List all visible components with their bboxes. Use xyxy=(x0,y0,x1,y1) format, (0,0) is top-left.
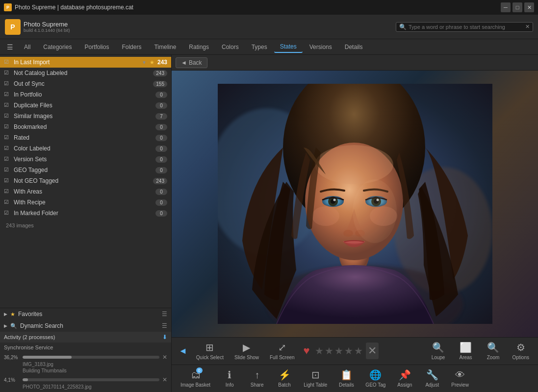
activity-bar: Activity (2 processes) ⬇ xyxy=(0,332,171,343)
close-button[interactable]: ✕ xyxy=(524,2,534,12)
star-5[interactable]: ★ xyxy=(354,345,363,357)
favorites-section[interactable]: ▶ ★ Favorites ☰ xyxy=(0,308,171,320)
info-button[interactable]: ℹ Info xyxy=(217,367,242,390)
star-4[interactable]: ★ xyxy=(344,345,353,357)
tab-types[interactable]: Types xyxy=(246,42,273,52)
progress-close-1[interactable]: ✕ xyxy=(162,354,167,361)
star-1[interactable]: ★ xyxy=(315,345,324,357)
tab-colors[interactable]: Colors xyxy=(216,42,245,52)
sidebar-item-rated[interactable]: ☑ Rated 0 xyxy=(0,132,171,143)
progress-percent-2: 4,1% xyxy=(4,377,20,383)
sidebar-item-in-portfolio[interactable]: ☑ In Portfolio 0 xyxy=(0,89,171,100)
sidebar-item-similar-images[interactable]: ☑ Similar Images 7 xyxy=(0,111,171,122)
areas-button[interactable]: ⬜ Areas xyxy=(454,340,478,362)
assign-button[interactable]: 📌 Assign xyxy=(392,367,417,390)
svg-point-20 xyxy=(353,179,397,243)
sidebar-item-color-labeled[interactable]: ☑ Color Labeled 0 xyxy=(0,143,171,154)
sidebar-item-geo-tagged[interactable]: ☑ GEO Tagged 0 xyxy=(0,165,171,175)
preview-button[interactable]: 👁 Preview xyxy=(447,368,473,390)
sidebar-item-count: 7 xyxy=(155,113,167,120)
sidebar-item-with-areas[interactable]: ☑ With Areas 0 xyxy=(0,186,171,197)
sidebar-item-label: In Portfolio xyxy=(14,91,153,98)
back-button[interactable]: ◄ Back xyxy=(176,57,207,68)
search-input[interactable] xyxy=(409,24,525,30)
sidebar-item-out-of-sync[interactable]: ☑ Out of Sync 155 xyxy=(0,78,171,89)
back-arrow-icon: ◄ xyxy=(181,59,187,66)
app-logo: P Photo Supreme build 4.1.0.1440 (64 bit… xyxy=(5,19,70,35)
adjust-button[interactable]: 🔧 Adjust xyxy=(420,367,444,390)
progress-close-2[interactable]: ✕ xyxy=(162,376,167,383)
sidebar-item-in-marked-folder[interactable]: ☑ In Marked Folder 0 xyxy=(0,208,171,219)
share-button[interactable]: ↑ Share xyxy=(245,368,269,390)
basket-wrap: 🗂 0 xyxy=(191,369,201,381)
check-icon: ☑ xyxy=(4,59,11,66)
share-label: Share xyxy=(251,382,264,388)
reject-button[interactable]: ✕ xyxy=(366,343,379,359)
tab-all[interactable]: All xyxy=(18,42,36,52)
check-icon: ☑ xyxy=(4,188,11,195)
check-icon: ☑ xyxy=(4,167,11,173)
full-screen-icon: ⤢ xyxy=(278,342,286,353)
sidebar-item-not-geo-tagged[interactable]: ☑ Not GEO Tagged 243 xyxy=(0,175,171,186)
sidebar-item-duplicate-files[interactable]: ☑ Duplicate Files 0 xyxy=(0,100,171,111)
bottom-toolbar: ◄ ⊞ Quick Select ▶ Slide Show ⤢ Full Scr… xyxy=(172,337,538,392)
heart-button[interactable]: ♥ xyxy=(302,343,312,359)
zoom-button[interactable]: 🔍 Zoom xyxy=(481,340,506,362)
light-table-label: Light Table xyxy=(304,382,327,388)
nav-prev-arrow[interactable]: ◄ xyxy=(177,344,189,358)
sidebar-item-count: 0 xyxy=(155,156,167,163)
download-icon[interactable]: ⬇ xyxy=(162,334,167,341)
progress-filename-1: IMG_3183.jpg xyxy=(4,362,167,367)
quick-select-icon: ⊞ xyxy=(205,342,214,353)
tab-categories[interactable]: Categories xyxy=(37,42,77,52)
sidebar-item-label: Duplicate Files xyxy=(14,102,153,109)
assign-icon: 📌 xyxy=(399,369,411,381)
progress-item-1: 36,2% ✕ IMG_3183.jpg Building Thumbnails xyxy=(0,352,171,375)
favorites-menu-icon[interactable]: ☰ xyxy=(162,311,167,318)
options-button[interactable]: ⚙ Options xyxy=(509,340,533,362)
tab-timeline[interactable]: Timeline xyxy=(148,42,182,52)
full-screen-button[interactable]: ⤢ Full Screen xyxy=(266,340,299,362)
sidebar-item-version-sets[interactable]: ☑ Version Sets 0 xyxy=(0,154,171,165)
search-bar[interactable]: 🔍 ✕ xyxy=(396,22,533,32)
light-table-button[interactable]: ⊡ Light Table xyxy=(300,367,331,390)
tab-folders[interactable]: Folders xyxy=(116,42,147,52)
star-2[interactable]: ★ xyxy=(325,345,333,357)
batch-button[interactable]: ⚡ Batch xyxy=(272,367,297,390)
back-label: Back xyxy=(189,59,202,66)
progress-bar-fill-1 xyxy=(23,356,72,359)
slide-show-button[interactable]: ▶ Slide Show xyxy=(231,340,263,362)
minimize-button[interactable]: ─ xyxy=(501,2,511,12)
maximize-button[interactable]: □ xyxy=(512,2,522,12)
sidebar-item-not-catalog-labeled[interactable]: ☑ Not Catalog Labeled 243 xyxy=(0,68,171,78)
check-icon: ☑ xyxy=(4,123,11,130)
tab-details[interactable]: Details xyxy=(339,42,369,52)
search-clear-icon[interactable]: ✕ xyxy=(525,24,530,30)
search-icon: 🔍 xyxy=(399,24,407,30)
nav-hamburger-icon[interactable]: ☰ xyxy=(3,41,17,53)
image-basket-button[interactable]: 🗂 0 Image Basket xyxy=(177,368,214,390)
tab-states[interactable]: States xyxy=(274,41,303,53)
adjust-icon: 🔧 xyxy=(426,369,438,381)
tab-portfolios[interactable]: Portfolios xyxy=(78,42,115,52)
tab-versions[interactable]: Versions xyxy=(304,42,338,52)
progress-item-2: 4,1% ✕ PHOTO_20170114_225823.jpg xyxy=(0,375,171,392)
favorites-star-icon: ★ xyxy=(10,311,15,318)
sidebar-item-with-recipe[interactable]: ☑ With Recipe 0 xyxy=(0,197,171,208)
sidebar-item-label: Rated xyxy=(14,134,153,141)
sidebar-item-in-last-import[interactable]: ☑ In Last Import ▼ ★ 243 xyxy=(0,57,171,68)
quick-select-button[interactable]: ⊞ Quick Select xyxy=(192,340,228,362)
dynamic-search-icon: 🔍 xyxy=(10,323,17,329)
star-3[interactable]: ★ xyxy=(334,345,343,357)
sidebar-item-bookmarked[interactable]: ☑ Bookmarked 0 xyxy=(0,122,171,132)
loupe-button[interactable]: 🔍 Loupe xyxy=(426,340,451,362)
tab-ratings[interactable]: Ratings xyxy=(183,42,215,52)
details-button[interactable]: 📋 Details xyxy=(334,367,359,390)
rating-stars: ★ ★ ★ ★ ★ xyxy=(315,345,363,357)
activity-label: Activity (2 processes) xyxy=(4,334,55,340)
expand-icon: ▶ xyxy=(4,312,7,317)
geo-tag-button[interactable]: 🌐 GEO Tag xyxy=(361,367,389,390)
window-title: Photo Supreme | database photosupreme.ca… xyxy=(15,4,133,11)
dynamic-search-menu-icon[interactable]: ☰ xyxy=(162,322,167,329)
dynamic-search-section[interactable]: ▶ 🔍 Dynamic Search ☰ xyxy=(0,320,171,332)
